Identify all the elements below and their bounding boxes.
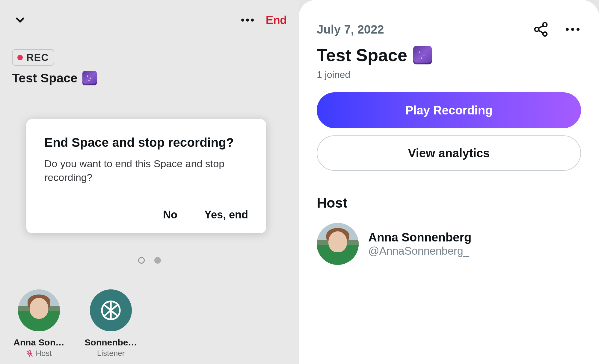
galaxy-emoji-icon [413,46,432,64]
host-info: Anna Sonnenberg @AnnaSonnenberg_ [368,231,471,257]
space-live-panel: End REC Test Space Anna Son… [0,0,299,364]
avatar [18,289,60,331]
space-title-text: Test Space [317,45,407,65]
participant-name: Anna Son… [13,337,64,348]
host-avatar [317,223,359,265]
dialog-yes-button[interactable]: Yes, end [204,209,248,221]
recording-badge: REC [12,49,54,66]
recording-label: REC [26,52,49,63]
participant-role: Listener [97,349,125,358]
participant-role-text: Host [36,349,52,358]
participant-host[interactable]: Anna Son… Host [12,289,66,358]
page-dot-1[interactable] [154,257,161,264]
space-topbar: End [0,0,299,28]
space-title: Test Space [12,71,299,85]
summary-actions: Play Recording View analytics [317,92,581,171]
dialog-title: End Space and stop recording? [44,135,248,150]
participant-role: Host [26,349,52,358]
svg-line-5 [538,30,543,33]
more-options-icon[interactable] [241,19,254,22]
svg-line-6 [538,26,543,28]
participant-role-text: Listener [97,349,125,358]
view-analytics-button[interactable]: View analytics [317,135,581,171]
dialog-body: Do you want to end this Space and stop r… [44,157,248,185]
host-section-title: Host [317,195,581,211]
dialog-no-button[interactable]: No [163,209,177,221]
summary-header: July 7, 2022 [317,21,581,38]
dialog-actions: No Yes, end [44,209,248,221]
recording-dot-icon [17,55,23,60]
space-title-text: Test Space [12,71,78,85]
summary-header-actions [532,21,581,38]
space-date: July 7, 2022 [317,23,384,36]
mic-muted-icon [26,350,33,357]
avatar [90,289,132,331]
end-space-dialog: End Space and stop recording? Do you wan… [26,119,266,233]
space-title: Test Space [317,45,581,65]
joined-count: 1 joined [317,69,581,80]
play-recording-button[interactable]: Play Recording [317,92,581,128]
collapse-chevron-icon[interactable] [12,12,28,28]
participant-name: Sonnenbe… [85,337,137,348]
host-handle: @AnnaSonnenberg_ [368,245,471,257]
host-row[interactable]: Anna Sonnenberg @AnnaSonnenberg_ [317,223,581,265]
galaxy-emoji-icon [82,71,97,85]
pagination-dots [0,257,299,264]
topbar-actions: End [241,14,287,27]
page-dot-0[interactable] [138,257,145,264]
more-options-icon[interactable] [564,21,581,38]
share-icon[interactable] [532,21,549,38]
end-space-button[interactable]: End [266,14,287,27]
host-name: Anna Sonnenberg [368,231,471,244]
participant-listener[interactable]: Sonnenbe… Listener [84,289,138,358]
participants-list: Anna Son… Host S [12,289,138,358]
space-summary-panel: July 7, 2022 Test Space 1 joined Play Re… [299,0,599,364]
